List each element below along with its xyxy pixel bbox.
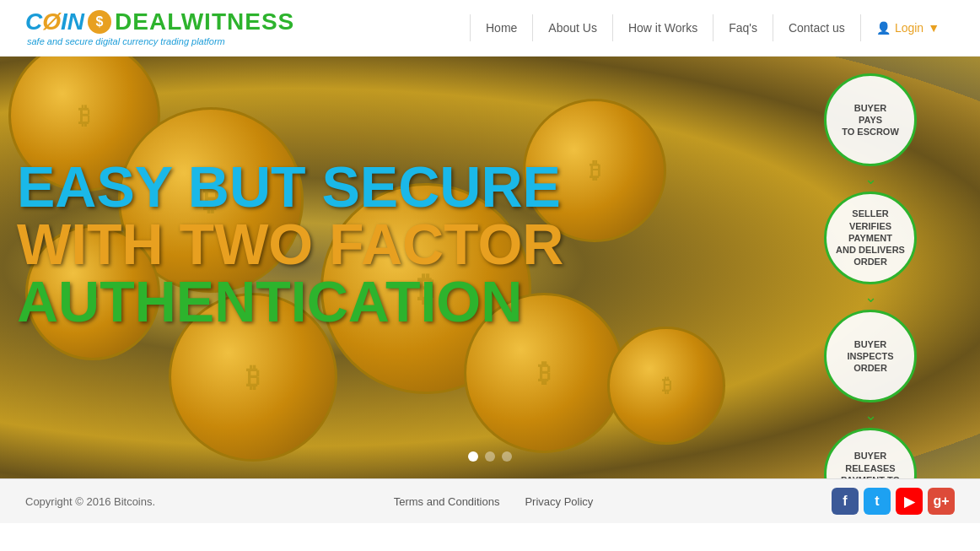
logo-deal-text: DEALWITNESS [115,10,294,34]
footer: Copyright © 2016 Bitcoins. Terms and Con… [0,478,980,523]
dot-2[interactable] [485,451,495,462]
hero-section: ₿ ₿ ₿ ₿ ₿ ₿ ₿ ₿ EASY BUT SECURE WITH TWO… [0,57,980,478]
privacy-link[interactable]: Privacy Policy [525,495,593,508]
youtube-icon[interactable]: ▶ [896,488,923,515]
hero-line2: WITH TWO FACTOR [17,215,744,273]
nav-contact[interactable]: Contact us [773,14,861,41]
process-circle-1: BUYER PAYS TO ESCROW [824,73,917,166]
person-icon: 👤 [876,21,891,35]
process-label-4: BUYER RELEASES PAYMENT TO SELLER [841,450,900,478]
chevron-icon: ▼ [928,21,940,35]
hero-text: EASY BUT SECURE WITH TWO FACTOR AUTHENTI… [0,158,761,330]
hero-line3: AUTHENTICATION [17,273,744,330]
footer-links: Terms and Conditions Privacy Policy [394,495,594,508]
process-panel: BUYER PAYS TO ESCROW ⌄ SELLER VERIFIES P… [778,73,963,462]
logo-coin-text: CØIN [25,10,84,34]
logo-area: CØIN $ DEALWITNESS safe and secure digit… [25,10,294,46]
googleplus-icon[interactable]: g+ [928,488,955,515]
slider-dots [468,451,512,462]
terms-link[interactable]: Terms and Conditions [394,495,500,508]
process-label-3: BUYER INSPECTS ORDER [847,338,893,375]
login-label: Login [895,21,923,35]
process-circle-3: BUYER INSPECTS ORDER [824,310,917,402]
coin-icon: $ [88,10,111,34]
process-step-4: BUYER RELEASES PAYMENT TO SELLER [824,428,917,478]
nav-how-works[interactable]: How it Works [613,14,713,41]
process-arrow-3: ⌄ [864,408,877,423]
facebook-icon[interactable]: f [832,488,859,515]
footer-social: f t ▶ g+ [832,488,955,515]
process-label-1: BUYER PAYS TO ESCROW [842,102,899,138]
login-button[interactable]: 👤 Login ▼ [861,14,955,41]
process-circle-2: SELLER VERIFIES PAYMENT AND DELIVERS ORD… [824,192,917,284]
twitter-icon[interactable]: t [864,488,891,515]
dot-1[interactable] [468,451,478,462]
logo-title: CØIN $ DEALWITNESS [25,10,294,34]
process-circle-4: BUYER RELEASES PAYMENT TO SELLER [824,428,917,478]
logo-subtitle: safe and secure digital currency trading… [27,36,294,46]
nav-about[interactable]: About Us [533,14,613,41]
process-step-2: SELLER VERIFIES PAYMENT AND DELIVERS ORD… [824,192,917,284]
nav-home[interactable]: Home [470,14,533,41]
nav-faq[interactable]: Faq's [713,14,773,41]
process-arrow-1: ⌄ [864,171,877,186]
process-arrow-2: ⌄ [864,289,877,305]
process-step-1: BUYER PAYS TO ESCROW [824,73,917,166]
footer-copyright: Copyright © 2016 Bitcoins. [25,495,155,508]
process-step-3: BUYER INSPECTS ORDER [824,310,917,402]
process-label-2: SELLER VERIFIES PAYMENT AND DELIVERS ORD… [836,208,905,267]
dot-3[interactable] [502,451,512,462]
hero-line1: EASY BUT SECURE [17,158,744,215]
main-nav: Home About Us How it Works Faq's Contact… [470,14,955,41]
header: CØIN $ DEALWITNESS safe and secure digit… [0,0,980,57]
